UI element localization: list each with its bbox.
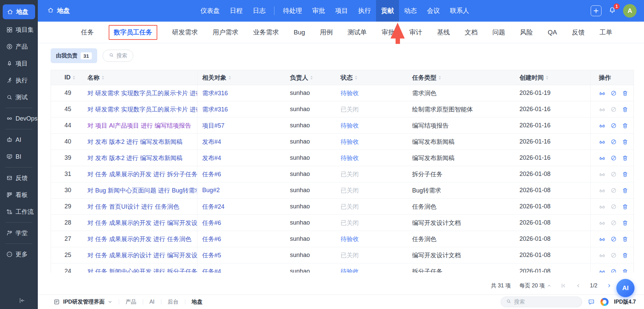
related-object-link[interactable]: 任务#5 — [202, 251, 221, 259]
search-input[interactable]: 搜索 — [103, 50, 133, 62]
sort-icon[interactable] — [101, 75, 105, 80]
sidebar-item-programs[interactable]: 项目集 — [0, 21, 38, 38]
delete-icon[interactable] — [622, 252, 628, 259]
sidebar-item-kanban[interactable]: 看板 — [0, 186, 38, 203]
ai-assistant-button[interactable]: AI — [616, 279, 635, 297]
delete-icon[interactable] — [622, 268, 628, 273]
task-name-link[interactable]: 对 研发需求 实现数字员工的展示卡片 进行 绘制需求原型图 — [87, 105, 197, 113]
topnav-item-contribution[interactable]: 贡献 — [376, 0, 399, 22]
bottom-link-ai[interactable]: AI — [150, 299, 155, 305]
view-glasses-icon[interactable] — [599, 252, 606, 259]
notifications-button[interactable]: 1 — [608, 6, 616, 16]
forbid-icon[interactable] — [610, 220, 617, 226]
sort-icon[interactable] — [354, 75, 358, 80]
task-name-link[interactable]: 对 任务 新闻中心的开发 进行 拆分子任务 — [87, 267, 197, 273]
sidebar-item-workflow[interactable]: 工作流 — [0, 203, 38, 220]
view-glasses-icon[interactable] — [599, 220, 606, 226]
view-glasses-icon[interactable] — [599, 268, 606, 273]
column-header-status[interactable]: 状态 — [336, 70, 407, 85]
related-object-link[interactable]: 项目#57 — [202, 122, 224, 130]
delete-icon[interactable] — [622, 138, 628, 145]
delete-icon[interactable] — [622, 203, 628, 210]
topnav-item-journal[interactable]: 日志 — [248, 0, 271, 22]
tab-user-requirement[interactable]: 用户需求 — [213, 28, 238, 37]
column-header-name[interactable]: 名称 — [83, 70, 197, 85]
tab-ticket[interactable]: 工单 — [599, 28, 612, 37]
related-object-link[interactable]: 任务#6 — [202, 235, 221, 243]
first-page-button[interactable] — [560, 283, 566, 289]
sidebar-item-project[interactable]: 项目 — [0, 55, 38, 72]
avatar[interactable]: A — [623, 4, 637, 18]
column-header-type[interactable]: 任务类型 — [407, 70, 515, 85]
tab-doc[interactable]: 文档 — [465, 28, 478, 37]
related-object-link[interactable]: 发布#4 — [202, 154, 221, 162]
workspace-switcher[interactable]: IPD研发管理界面 — [53, 299, 112, 306]
forbid-icon[interactable] — [610, 90, 617, 97]
forbid-icon[interactable] — [610, 252, 617, 259]
topnav-item-todo[interactable]: 待处理 — [278, 0, 307, 22]
task-name-link[interactable]: 对 任务 成果展示的开发 进行 编写开发设计文档 — [87, 219, 197, 227]
view-glasses-icon[interactable] — [599, 236, 606, 242]
tab-task[interactable]: 任务 — [81, 28, 94, 37]
sidebar-item-school[interactable]: 学堂 — [0, 225, 38, 241]
sidebar-item-devops[interactable]: DevOps — [0, 110, 38, 127]
task-name-link[interactable]: 对 项目 AI产品项目 进行 编写结项报告 — [87, 122, 191, 130]
related-object-link[interactable]: 任务#6 — [202, 170, 221, 178]
forbid-icon[interactable] — [610, 236, 617, 242]
tab-dev-requirement[interactable]: 研发需求 — [172, 28, 198, 37]
sort-icon[interactable] — [310, 75, 313, 80]
topnav-item-schedule[interactable]: 日程 — [225, 0, 248, 22]
sidebar-item-product[interactable]: 产品 — [0, 38, 38, 55]
related-object-link[interactable]: 发布#4 — [202, 138, 221, 146]
filter-chip-assigned-to-me[interactable]: 由我负责 31 — [51, 48, 97, 63]
view-glasses-icon[interactable] — [599, 122, 606, 129]
task-name-link[interactable]: 对 任务 首页UI设计 进行 任务润色 — [87, 203, 179, 211]
view-glasses-icon[interactable] — [599, 171, 606, 178]
related-object-link[interactable]: 需求#316 — [202, 89, 228, 97]
view-glasses-icon[interactable] — [599, 203, 606, 210]
delete-icon[interactable] — [622, 187, 628, 194]
tab-risk[interactable]: 风险 — [520, 28, 533, 37]
page-size-select[interactable]: 每页 20 项 — [519, 282, 552, 289]
forbid-icon[interactable] — [610, 171, 617, 178]
sort-icon[interactable] — [545, 75, 549, 80]
related-object-link[interactable]: 任务#4 — [202, 267, 221, 273]
view-glasses-icon[interactable] — [599, 106, 606, 113]
view-glasses-icon[interactable] — [599, 187, 606, 194]
forbid-icon[interactable] — [610, 155, 617, 161]
delete-icon[interactable] — [622, 122, 628, 129]
tab-baseline[interactable]: 基线 — [437, 28, 450, 37]
related-object-link[interactable]: 需求#316 — [202, 105, 228, 113]
tab-feedback[interactable]: 反馈 — [572, 28, 585, 37]
sidebar-item-feedback[interactable]: 反馈 — [0, 170, 38, 186]
forbid-icon[interactable] — [610, 122, 617, 129]
topnav-item-contacts[interactable]: 联系人 — [445, 0, 474, 22]
column-header-owner[interactable]: 负责人 — [285, 70, 336, 85]
topbar-brand[interactable]: 地盘 — [47, 6, 70, 15]
topnav-item-dashboard[interactable]: 仪表盘 — [195, 0, 225, 22]
prev-page-button[interactable] — [575, 283, 581, 289]
sidebar-item-home[interactable]: 地盘 — [3, 4, 35, 19]
sidebar-item-sprint[interactable]: 执行 — [0, 72, 38, 89]
next-page-button[interactable] — [606, 283, 612, 289]
view-glasses-icon[interactable] — [599, 90, 606, 97]
bottom-link-backend[interactable]: 后台 — [168, 299, 179, 306]
topnav-item-meeting[interactable]: 会议 — [422, 0, 445, 22]
delete-icon[interactable] — [622, 90, 628, 97]
bottom-link-home[interactable]: 地盘 — [192, 299, 203, 306]
forbid-icon[interactable] — [610, 187, 617, 194]
create-button[interactable] — [591, 5, 601, 16]
delete-icon[interactable] — [622, 236, 628, 242]
related-object-link[interactable]: 任务#24 — [202, 203, 224, 211]
column-header-id[interactable]: ID — [51, 70, 83, 85]
task-name-link[interactable]: 对 Bug 新闻中心页面问题 进行 Bug转需求 — [87, 186, 197, 195]
task-name-link[interactable]: 对 任务 成果展示的开发 进行 拆分子任务 — [87, 170, 197, 178]
tab-issue[interactable]: 问题 — [492, 28, 505, 37]
sort-icon[interactable] — [228, 75, 232, 80]
task-name-link[interactable]: 对 任务 成果展示的设计 进行 编写开发设计文档 — [87, 251, 197, 259]
related-object-link[interactable]: 任务#6 — [202, 219, 221, 227]
forbid-icon[interactable] — [610, 268, 617, 273]
tab-qa[interactable]: QA — [548, 29, 557, 36]
task-name-link[interactable]: 对 发布 版本2 进行 编写发布新闻稿 — [87, 154, 183, 162]
sidebar-collapse-icon[interactable] — [18, 297, 26, 304]
